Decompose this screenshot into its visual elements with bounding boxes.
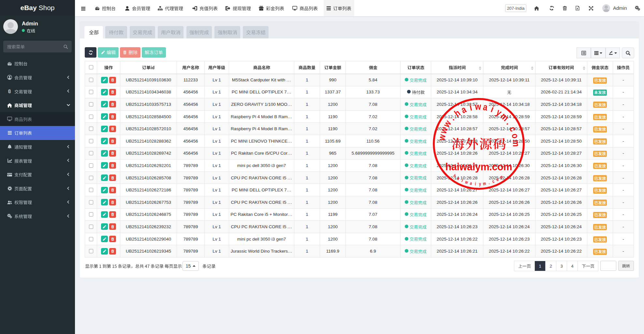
svg-text:i: i xyxy=(475,181,476,187)
svg-text:h: h xyxy=(452,107,462,119)
svg-text:o: o xyxy=(495,177,500,182)
svg-text:y: y xyxy=(479,181,481,187)
svg-text:haiwaiym.com: haiwaiym.com xyxy=(446,161,512,173)
svg-text:m: m xyxy=(483,181,486,187)
svg-text:A: A xyxy=(577,7,578,10)
svg-text:o: o xyxy=(510,132,521,139)
svg-text:i: i xyxy=(490,104,495,115)
svg-text:a: a xyxy=(470,181,473,186)
svg-text:a: a xyxy=(456,176,461,181)
svg-text:c: c xyxy=(507,125,519,133)
svg-text:B: B xyxy=(8,89,11,94)
svg-text:a: a xyxy=(460,104,468,115)
svg-text:w: w xyxy=(464,179,469,185)
svg-text:.: . xyxy=(488,180,490,185)
svg-text:m: m xyxy=(511,140,521,147)
svg-text:c: c xyxy=(491,179,495,184)
svg-text:i: i xyxy=(469,102,473,113)
svg-text:w: w xyxy=(475,101,481,112)
svg-text:a: a xyxy=(482,102,489,113)
svg-text:m: m xyxy=(499,174,504,180)
svg-text:i: i xyxy=(461,178,464,183)
svg-text:h: h xyxy=(452,173,457,179)
